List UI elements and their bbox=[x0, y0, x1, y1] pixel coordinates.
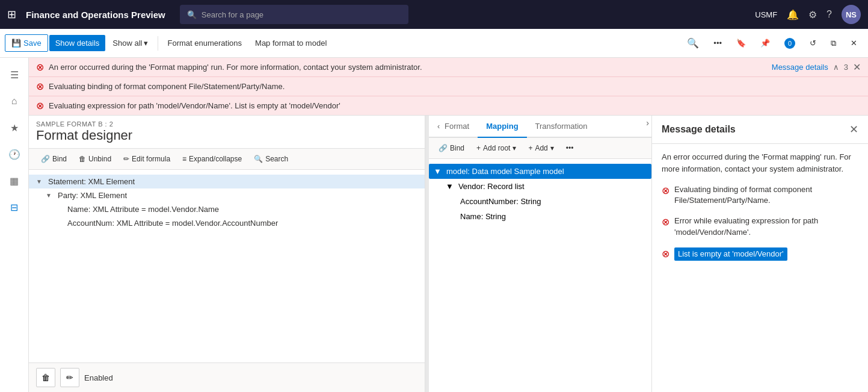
mapping-toggle-1: ▼ bbox=[446, 182, 454, 191]
tree-toggle-1: ▼ bbox=[46, 192, 55, 199]
badge-icon[interactable]: 0 bbox=[778, 34, 801, 52]
settings-icon[interactable]: ⚙ bbox=[808, 9, 817, 20]
avatar[interactable]: NS bbox=[842, 5, 861, 24]
collapse-icon[interactable]: ∧ bbox=[833, 63, 839, 72]
mapping-tree-item-model[interactable]: ▼ model: Data model Sample model bbox=[429, 164, 651, 179]
tab-next-icon[interactable]: › bbox=[644, 116, 651, 137]
tree-item-party[interactable]: ▼ Party: XML Element bbox=[29, 188, 425, 202]
close-panel-icon: ✕ bbox=[849, 123, 858, 135]
mapping-tree-item-namestring[interactable]: Name: String bbox=[429, 209, 651, 224]
tree-label-0: Statement: XML Element bbox=[48, 177, 135, 186]
mapping-label-0: model: Data model Sample model bbox=[446, 167, 564, 176]
error-text-0: An error occurred during the 'Format map… bbox=[49, 63, 767, 72]
error-icon-1: ⊗ bbox=[36, 81, 44, 92]
unbind-icon: 🗑 bbox=[79, 155, 86, 163]
show-details-button[interactable]: Show details bbox=[49, 35, 106, 51]
search-format-icon: 🔍 bbox=[254, 155, 263, 163]
sidebar-item-recent[interactable]: 🕐 bbox=[2, 142, 26, 166]
mapping-label-1: Vendor: Record list bbox=[458, 182, 525, 191]
refresh-icon[interactable]: ↺ bbox=[804, 35, 822, 51]
format-tree: ▼ Statement: XML Element ▼ Party: XML El… bbox=[29, 170, 425, 362]
bind-icon: 🔗 bbox=[41, 155, 50, 163]
sidebar-item-workspaces[interactable]: ▦ bbox=[2, 169, 26, 193]
add-root-button[interactable]: + Add root ▾ bbox=[472, 142, 521, 155]
help-icon[interactable]: ? bbox=[826, 9, 832, 20]
mapping-tabs: ‹ Format Mapping Transformation › bbox=[429, 116, 651, 138]
msg-error-icon-0: ⊗ bbox=[662, 185, 669, 196]
error-banners: ⊗ An error occurred during the 'Format m… bbox=[29, 58, 868, 116]
more-options-button[interactable]: ••• bbox=[707, 35, 728, 51]
app-title: Finance and Operations Preview bbox=[26, 10, 165, 20]
mapping-tree: ▼ model: Data model Sample model ▼ Vendo… bbox=[429, 159, 651, 392]
expand-collapse-button[interactable]: ≡ Expand/collapse bbox=[177, 152, 247, 166]
message-details-body: An error occurred during the 'Format map… bbox=[652, 144, 868, 392]
tree-item-name[interactable]: Name: XML Attribute = model.Vendor.Name bbox=[29, 202, 425, 216]
search-toolbar-icon[interactable]: 🔍 bbox=[681, 34, 705, 52]
tree-item-statement[interactable]: ▼ Statement: XML Element bbox=[29, 175, 425, 188]
tree-item-accountnum[interactable]: AccountNum: XML Attribute = model.Vendor… bbox=[29, 216, 425, 230]
unbind-button[interactable]: 🗑 Unbind bbox=[74, 152, 116, 166]
msg-error-item-0: ⊗ Evaluating binding of format component… bbox=[662, 184, 858, 206]
mapping-toggle-0: ▼ bbox=[434, 167, 442, 176]
top-nav: ⊞ Finance and Operations Preview 🔍 Searc… bbox=[0, 0, 868, 29]
format-enumerations-button[interactable]: Format enumerations bbox=[162, 35, 248, 51]
save-icon: 💾 bbox=[11, 39, 21, 48]
designer-area: SAMPLE FORMAT B : 2 Format designer 🔗 Bi… bbox=[29, 116, 868, 392]
edit-formula-button[interactable]: ✏ Edit formula bbox=[119, 152, 175, 166]
message-details-link[interactable]: Message details bbox=[772, 63, 828, 72]
msg-error-icon-1: ⊗ bbox=[662, 216, 669, 228]
tree-label-1: Party: XML Element bbox=[58, 191, 127, 200]
pin-icon[interactable]: 📌 bbox=[754, 35, 776, 51]
external-link-icon[interactable]: ⧉ bbox=[825, 35, 842, 52]
search-button[interactable]: 🔍 Search bbox=[249, 152, 293, 166]
add-root-chevron: ▾ bbox=[512, 144, 516, 152]
env-label: USMF bbox=[755, 10, 777, 19]
close-panel-button[interactable]: ✕ bbox=[849, 123, 858, 136]
chevron-down-icon: ▾ bbox=[144, 39, 148, 48]
tab-transformation[interactable]: Transformation bbox=[527, 116, 596, 138]
msg-error-text-2: List is empty at 'model/Vendor' bbox=[674, 247, 787, 261]
tree-label-3: AccountNum: XML Attribute = model.Vendor… bbox=[67, 219, 278, 228]
tab-mapping[interactable]: Mapping bbox=[478, 116, 526, 138]
search-placeholder: Search for a page bbox=[202, 10, 263, 19]
msg-error-text-1: Error while evaluating expression for pa… bbox=[674, 216, 858, 237]
waffle-icon[interactable]: ⊞ bbox=[7, 8, 16, 21]
show-all-button[interactable]: Show all ▾ bbox=[106, 35, 153, 51]
bind-button[interactable]: 🔗 Bind bbox=[36, 152, 72, 166]
more-mapping-button[interactable]: ••• bbox=[561, 142, 579, 155]
edit-icon: ✏ bbox=[66, 373, 73, 382]
error-banner-controls: Message details ∧ 3 ✕ bbox=[772, 61, 861, 73]
close-page-button[interactable]: ✕ bbox=[845, 35, 863, 51]
sidebar-item-menu[interactable]: ☰ bbox=[2, 63, 26, 87]
back-arrow-icon: ‹ bbox=[437, 122, 440, 131]
message-details-panel: Message details ✕ An error occurred duri… bbox=[651, 116, 868, 392]
delete-button[interactable]: 🗑 bbox=[36, 368, 55, 387]
sidebar-item-favorites[interactable]: ★ bbox=[2, 116, 26, 140]
add-button[interactable]: + Add ▾ bbox=[523, 142, 558, 155]
format-panel-header: SAMPLE FORMAT B : 2 Format designer bbox=[29, 116, 425, 149]
tab-format[interactable]: ‹ Format bbox=[429, 116, 478, 138]
search-icon: 🔍 bbox=[187, 10, 197, 19]
format-toolbar: 🔗 Bind 🗑 Unbind ✏ Edit formula ≡ Expand/… bbox=[29, 149, 425, 170]
bookmark-icon[interactable]: 🔖 bbox=[730, 35, 752, 51]
map-format-to-model-button[interactable]: Map format to model bbox=[249, 35, 333, 51]
mapping-tree-item-vendor[interactable]: ▼ Vendor: Record list bbox=[429, 179, 651, 194]
error-icon-0: ⊗ bbox=[36, 61, 44, 73]
msg-error-text-0: Evaluating binding of format component F… bbox=[674, 184, 858, 206]
message-details-header: Message details ✕ bbox=[652, 116, 868, 144]
top-nav-right: USMF 🔔 ⚙ ? NS bbox=[755, 5, 861, 24]
expand-icon: ≡ bbox=[182, 155, 186, 163]
msg-error-icon-2: ⊗ bbox=[662, 248, 669, 260]
error-text-2: Evaluating expression for path 'model/Ve… bbox=[49, 101, 861, 110]
mapping-bind-button[interactable]: 🔗 Bind bbox=[434, 142, 469, 155]
mapping-panel: ‹ Format Mapping Transformation › 🔗 Bind… bbox=[429, 116, 651, 392]
close-error-button[interactable]: ✕ bbox=[853, 61, 861, 73]
add-icon: + bbox=[528, 144, 532, 152]
save-button[interactable]: 💾 Save bbox=[5, 34, 48, 52]
mapping-tree-item-accountnumber[interactable]: AccountNumber: String bbox=[429, 194, 651, 209]
sidebar-item-home[interactable]: ⌂ bbox=[2, 89, 26, 113]
notification-icon[interactable]: 🔔 bbox=[787, 9, 799, 20]
sidebar-item-modules[interactable]: ⊟ bbox=[2, 195, 26, 219]
search-bar[interactable]: 🔍 Search for a page bbox=[180, 5, 408, 24]
edit-button[interactable]: ✏ bbox=[60, 368, 79, 387]
